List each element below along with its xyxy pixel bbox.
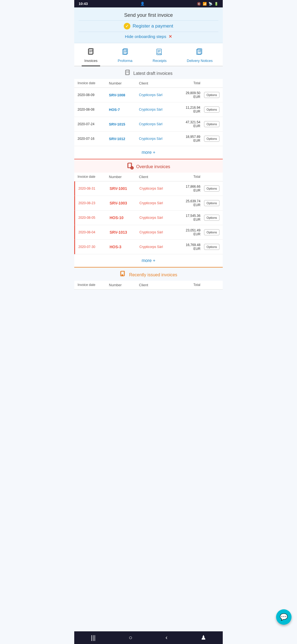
draft-number-2[interactable]: SRV-1015: [109, 122, 139, 126]
draft-total-0: 29,809.50 EUR: [180, 91, 200, 99]
tab-delivery-label: Delivery Notices: [187, 59, 213, 63]
overdue-number-4[interactable]: HOS-3: [109, 245, 139, 249]
tab-invoices[interactable]: Invoices: [82, 46, 100, 66]
overdue-number-0[interactable]: SRV-1001: [109, 186, 139, 191]
tab-bar: Invoices Proforma: [74, 46, 223, 66]
recent-col-header-total: Total: [180, 283, 200, 287]
draft-more-button[interactable]: more +: [74, 146, 223, 159]
recent-section: Recently issued invoices Invoice date Nu…: [74, 268, 223, 290]
overdue-date-3: 2020-08-04: [78, 230, 109, 234]
overdue-table-header: Invoice date Number Client Total: [74, 173, 223, 181]
draft-total-2: 47,321.54 EUR: [180, 120, 200, 128]
overdue-col-header-number: Number: [109, 175, 139, 179]
overdue-client-0[interactable]: Crypticorps Sàrl: [139, 187, 180, 190]
draft-row-1: 2020-08-08 HOS-7 Crypticorps Sàrl 11,216…: [74, 102, 223, 117]
tab-proforma-label: Proforma: [118, 59, 132, 63]
draft-number-3[interactable]: SRV-1012: [109, 137, 139, 141]
draft-date-3: 2020-07-16: [78, 137, 109, 141]
overdue-col-header-client: Client: [139, 175, 180, 179]
onboarding-hide-button[interactable]: Hide onboarding steps ✕: [79, 32, 218, 40]
receipts-icon: [156, 48, 163, 58]
recent-col-header-action: [200, 283, 219, 287]
draft-number-0[interactable]: SRV-1008: [109, 93, 139, 97]
overdue-row-0: 2020-08-31 SRV-1001 Crypticorps Sàrl 17,…: [74, 181, 223, 196]
overdue-section-header: ! Overdue invoices: [74, 159, 223, 173]
draft-number-1[interactable]: HOS-7: [109, 108, 139, 112]
overdue-number-1[interactable]: SRV-1003: [109, 201, 139, 205]
col-header-date: Invoice date: [78, 81, 109, 85]
status-bar: 10:43 👤 🔇 📶 📡 🔋: [74, 0, 223, 7]
overdue-row-2: 2020-08-05 HOS-10 Crypticorps Sàrl 17,54…: [74, 211, 223, 225]
overdue-options-4[interactable]: Options: [200, 244, 219, 250]
tabs-container: Invoices Proforma: [74, 43, 223, 66]
overdue-number-2[interactable]: HOS-10: [109, 215, 139, 220]
onboarding-send-label[interactable]: Send your first invoice: [79, 10, 218, 20]
battery-icon: 🔋: [214, 2, 218, 6]
overdue-row-1: 2020-08-23 SRV-1003 Crypticorps Sàrl 25,…: [74, 196, 223, 211]
overdue-options-1[interactable]: Options: [200, 200, 219, 206]
recent-icon: [120, 271, 127, 279]
tab-receipts[interactable]: Receipts: [150, 46, 169, 66]
onboarding-banner: Send your first invoice ✓ Register a pay…: [74, 7, 223, 43]
recent-col-header-date: Invoice date: [78, 283, 109, 287]
overdue-client-1[interactable]: Crypticorps Sàrl: [139, 201, 180, 205]
overdue-total-0: 17,866.66 EUR: [180, 185, 200, 192]
overdue-row-4: 2020-07-30 HOS-3 Crypticorps Sàrl 16,769…: [74, 240, 223, 254]
check-icon: ✓: [124, 23, 130, 29]
draft-client-0[interactable]: Crypticorps Sàrl: [139, 93, 180, 97]
overdue-row-3: 2020-08-04 SRV-1013 Crypticorps Sàrl 23,…: [74, 225, 223, 240]
overdue-col-header-total: Total: [180, 175, 200, 179]
overdue-icon: !: [127, 163, 134, 171]
wifi-icon: 📶: [203, 2, 207, 6]
draft-client-1[interactable]: Crypticorps Sàrl: [139, 108, 180, 111]
draft-options-1[interactable]: Options: [200, 107, 219, 113]
draft-client-2[interactable]: Crypticorps Sàrl: [139, 122, 180, 126]
overdue-title: Overdue invoices: [136, 164, 170, 169]
draft-options-0[interactable]: Options: [200, 92, 219, 98]
draft-row-3: 2020-07-16 SRV-1012 Crypticorps Sàrl 18,…: [74, 132, 223, 146]
draft-date-0: 2020-08-09: [78, 93, 109, 97]
col-header-total: Total: [180, 81, 200, 85]
delivery-icon: [196, 48, 204, 58]
overdue-options-3[interactable]: Options: [200, 229, 219, 235]
recent-section-header: Recently issued invoices: [74, 268, 223, 281]
overdue-total-4: 16,769.48 EUR: [180, 243, 200, 251]
overdue-date-1: 2020-08-23: [78, 201, 109, 205]
overdue-total-1: 25,639.74 EUR: [180, 199, 200, 207]
svg-rect-29: [122, 274, 123, 276]
invoices-icon: [87, 48, 95, 58]
svg-text:!: !: [132, 167, 133, 170]
overdue-more-button[interactable]: more +: [74, 254, 223, 267]
draft-total-3: 18,957.89 EUR: [180, 135, 200, 143]
overdue-number-3[interactable]: SRV-1013: [109, 230, 139, 234]
draft-options-2[interactable]: Options: [200, 121, 219, 127]
overdue-client-4[interactable]: Crypticorps Sàrl: [139, 245, 180, 249]
signal-icon: 📡: [208, 2, 213, 6]
onboarding-register-row[interactable]: ✓ Register a payment: [79, 20, 218, 32]
draft-date-1: 2020-08-08: [78, 108, 109, 111]
overdue-total-3: 23,051.49 EUR: [180, 228, 200, 236]
draft-row-0: 2020-08-09 SRV-1008 Crypticorps Sàrl 29,…: [74, 88, 223, 102]
recent-col-header-number: Number: [109, 283, 139, 287]
draft-total-1: 11,216.94 EUR: [180, 106, 200, 113]
draft-title: Latest draft invoices: [133, 71, 172, 76]
overdue-section: ! Overdue invoices Invoice date Number C…: [74, 159, 223, 267]
draft-options-3[interactable]: Options: [200, 136, 219, 142]
overdue-options-2[interactable]: Options: [200, 215, 219, 221]
tab-invoices-label: Invoices: [84, 59, 98, 63]
col-header-number: Number: [109, 81, 139, 85]
proforma-icon: [121, 48, 129, 58]
overdue-date-4: 2020-07-30: [78, 245, 109, 249]
overdue-options-0[interactable]: Options: [200, 185, 219, 192]
draft-date-2: 2020-07-24: [78, 122, 109, 126]
overdue-col-header-action: [200, 175, 219, 179]
status-icons: 🔇 📶 📡 🔋: [197, 2, 218, 6]
draft-client-3[interactable]: Crypticorps Sàrl: [139, 137, 180, 141]
draft-table-header: Invoice date Number Client Total: [74, 79, 223, 88]
draft-icon: [125, 70, 131, 77]
tab-proforma[interactable]: Proforma: [115, 46, 135, 66]
tab-delivery[interactable]: Delivery Notices: [184, 46, 215, 66]
overdue-client-3[interactable]: Crypticorps Sàrl: [139, 230, 180, 234]
overdue-client-2[interactable]: Crypticorps Sàrl: [139, 216, 180, 220]
recent-title: Recently issued invoices: [129, 272, 177, 277]
